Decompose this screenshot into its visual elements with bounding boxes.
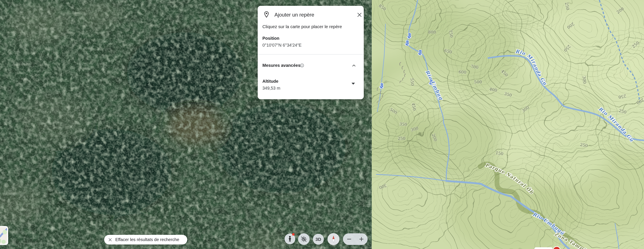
compass-icon <box>331 235 336 244</box>
waterfall-icon <box>406 41 409 46</box>
pegman-icon <box>287 236 293 242</box>
contour-elevation-label: 350 <box>399 122 407 127</box>
waterfall-icon <box>380 84 383 88</box>
new-feature-badge <box>292 233 294 236</box>
plus-icon <box>359 236 364 242</box>
zoom-in-button[interactable] <box>356 233 368 245</box>
dialog-subtitle: Cliquez sur la carte pour placer le repè… <box>262 24 342 29</box>
chevron-up-icon[interactable] <box>351 63 356 68</box>
info-icon[interactable] <box>300 64 304 68</box>
google-earth-screen: 8508007506507006005504505004003504505003… <box>0 0 644 249</box>
contour-elevation-label: 250 <box>398 136 406 141</box>
clear-search-results-button[interactable]: Effacer les résultats de recherche <box>104 235 187 244</box>
close-icon <box>108 238 112 242</box>
pegman-button[interactable] <box>284 234 295 244</box>
contour-elevation-label: 550 <box>410 78 415 86</box>
minimap-thumbnail[interactable] <box>0 226 8 245</box>
placemark-pin-icon <box>264 11 269 18</box>
3d-toggle-button[interactable]: 3D <box>313 234 324 245</box>
advanced-measures-label: Mesures avancées <box>262 63 300 68</box>
poi-label-chip <box>534 247 553 249</box>
3d-label: 3D <box>316 237 321 242</box>
contour-elevation-label: 300 <box>582 76 587 84</box>
clear-search-results-label: Effacer les résultats de recherche <box>115 237 179 242</box>
contour-elevation-label: 600 <box>458 69 467 74</box>
zoom-out-button[interactable] <box>343 233 356 245</box>
caret-down-icon[interactable] <box>352 83 355 85</box>
compass-button[interactable] <box>328 233 340 245</box>
sun-disabled-icon <box>301 236 307 242</box>
close-button[interactable] <box>355 10 364 20</box>
altitude-label: Altitude <box>262 79 278 84</box>
sun-toggle-button[interactable] <box>298 233 310 245</box>
topo-map: 8508007506507006005504505004003504505003… <box>372 0 644 249</box>
dialog-title: Ajouter un repère <box>274 12 314 18</box>
position-value: 0°10'07"N 6°34'24"E <box>262 43 302 48</box>
contour-elevation-label: 800 <box>428 30 436 34</box>
waterfall-icon <box>418 50 422 55</box>
minimap-preview <box>0 227 7 244</box>
dialog-divider <box>258 54 364 54</box>
add-placemark-dialog: Ajouter un repère Cliquez sur la carte p… <box>258 6 364 99</box>
close-icon <box>357 12 362 18</box>
altitude-value: 349,53 m <box>262 86 280 91</box>
contour-elevation-label: 500 <box>474 80 482 84</box>
topographic-map-pane[interactable]: 8508007506507006005504505004003504505003… <box>372 0 644 249</box>
minus-icon <box>346 236 352 242</box>
position-label: Position <box>262 36 279 41</box>
waterfall-icon <box>408 34 411 38</box>
zoom-control <box>343 233 368 245</box>
